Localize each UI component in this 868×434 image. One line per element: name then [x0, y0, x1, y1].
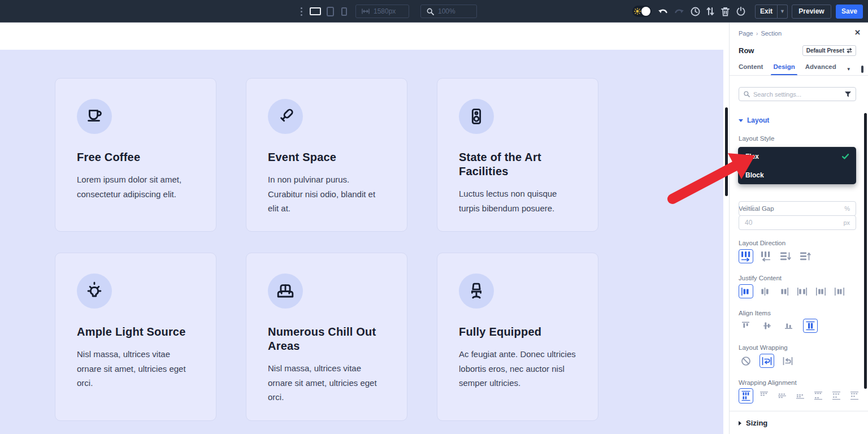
card-body: Nisl massa, ultrices vitae ornare sit am… [268, 361, 385, 405]
speaker-icon [466, 106, 487, 127]
page-section[interactable]: Free Coffee Lorem ipsum dolor sit amet, … [0, 50, 723, 434]
expand-triangle-icon [739, 421, 741, 426]
card-body: Luctus lectus non quisque turpis bibendu… [459, 186, 576, 215]
vertical-gap-input[interactable] [745, 219, 843, 227]
exit-caret-icon[interactable]: ▼ [778, 5, 788, 19]
walign-space-evenly-icon[interactable] [847, 389, 862, 403]
toggle-knob [641, 7, 650, 16]
breadcrumb-separator: › [756, 30, 758, 37]
walign-space-around-icon[interactable] [829, 389, 844, 403]
feature-card[interactable]: Numerous Chill Out Areas Nisl massa, ult… [246, 253, 407, 421]
card-title: Event Space [268, 150, 385, 164]
breadcrumb-section[interactable]: Section [761, 30, 782, 37]
justify-space-between-icon[interactable] [795, 284, 809, 298]
feature-cards-row: Free Coffee Lorem ipsum dolor sit amet, … [55, 78, 598, 421]
builder-toolbar: Exit ▼ Preview Save [0, 0, 868, 23]
tab-design[interactable]: Design [773, 63, 795, 75]
sun-icon [634, 8, 641, 15]
desktop-view-icon[interactable] [310, 7, 321, 15]
justify-center-icon[interactable] [757, 284, 772, 298]
wrap-reverse-icon[interactable] [780, 354, 795, 368]
search-input[interactable] [753, 91, 841, 98]
breadcrumb: Page › Section [739, 30, 782, 37]
theme-toggle[interactable] [632, 6, 652, 17]
tab-advanced[interactable]: Advanced [805, 63, 836, 75]
card-body: Nisl massa, ultrices vitae ornare sit am… [77, 347, 194, 390]
justify-space-evenly-icon[interactable] [832, 284, 847, 298]
history-button[interactable] [691, 0, 700, 23]
trash-button[interactable] [721, 0, 730, 23]
divider [730, 75, 868, 76]
kebab-menu-icon[interactable] [300, 7, 302, 16]
align-stretch-icon[interactable] [803, 319, 818, 333]
collapse-triangle-icon [739, 119, 743, 122]
feature-card[interactable]: State of the Art Facilities Luctus lectu… [437, 78, 598, 232]
sizing-group-header[interactable]: Sizing [739, 419, 767, 427]
preview-button[interactable]: Preview [792, 5, 831, 19]
wrap-none-icon[interactable] [739, 354, 753, 368]
canvas-width-input[interactable] [374, 7, 403, 15]
align-flex-start-icon[interactable] [739, 319, 753, 333]
layout-group-header[interactable]: Layout [739, 116, 769, 124]
layout-wrapping-label: Layout Wrapping [739, 344, 788, 351]
walign-center-icon[interactable] [775, 389, 789, 403]
wrap-icon[interactable] [760, 354, 774, 368]
exit-button[interactable]: Exit [755, 5, 778, 19]
direction-column-icon[interactable] [778, 249, 793, 263]
office-chair-icon [466, 280, 487, 302]
justify-space-around-icon[interactable] [813, 284, 828, 298]
justify-flex-start-icon[interactable] [739, 284, 753, 298]
phone-view-icon[interactable] [341, 7, 347, 16]
tab-content[interactable]: Content [739, 63, 763, 75]
zoom-control[interactable] [420, 5, 477, 18]
filter-funnel-icon[interactable] [845, 92, 851, 97]
close-icon[interactable]: ✕ [854, 28, 861, 37]
tablet-view-icon[interactable] [327, 7, 334, 16]
card-title: Numerous Chill Out Areas [268, 325, 385, 353]
direction-row-icon[interactable] [739, 249, 753, 263]
save-button[interactable]: Save [836, 5, 863, 19]
redo-button[interactable] [674, 0, 684, 23]
card-title: Free Coffee [77, 150, 194, 164]
align-center-icon[interactable] [760, 319, 775, 333]
lightbulb-icon [84, 280, 105, 302]
settings-tabs: Content Design Advanced ▼ [739, 63, 856, 75]
settings-search[interactable] [739, 87, 856, 101]
feature-card[interactable]: Ample Light Source Nisl massa, ultrices … [55, 253, 216, 421]
walign-space-between-icon[interactable] [811, 389, 826, 403]
zoom-input[interactable] [438, 7, 459, 15]
wrapping-alignment-options [739, 388, 862, 403]
feature-card[interactable]: Fully Equipped Ac feugiat ante. Donec ul… [437, 253, 598, 421]
direction-row-reverse-icon[interactable] [758, 249, 773, 263]
feature-card[interactable]: Event Space In non pulvinar purus. Curab… [246, 78, 407, 232]
align-items-options [739, 319, 818, 333]
element-title: Row [739, 46, 754, 55]
sofa-icon [275, 280, 296, 302]
direction-column-reverse-icon[interactable] [798, 249, 813, 263]
element-header: Row Default Preset [739, 45, 856, 56]
desktop-mode-icon[interactable] [861, 66, 863, 73]
walign-flex-end-icon[interactable] [793, 389, 808, 403]
feature-card[interactable]: Free Coffee Lorem ipsum dolor sit amet, … [55, 78, 216, 232]
tabs-caret-icon[interactable]: ▼ [847, 67, 851, 72]
power-button[interactable] [736, 0, 745, 23]
card-title: Fully Equipped [459, 325, 576, 339]
card-title: State of the Art Facilities [459, 150, 576, 179]
power-icon [736, 7, 745, 16]
align-baseline-icon[interactable] [782, 319, 796, 333]
coffee-cup-icon [84, 106, 105, 127]
undo-button[interactable] [658, 0, 668, 23]
wrapping-alignment-label: Wrapping Alignment [739, 379, 797, 386]
justify-flex-end-icon[interactable] [776, 284, 791, 298]
redo-icon [674, 8, 684, 15]
panel-scrollbar[interactable] [864, 113, 867, 389]
walign-stretch-icon[interactable] [739, 388, 753, 403]
settings-sliders-button[interactable] [706, 0, 714, 23]
walign-flex-start-icon[interactable] [757, 389, 771, 403]
divider [730, 411, 868, 411]
default-preset-button[interactable]: Default Preset [802, 45, 856, 56]
card-title: Ample Light Source [77, 325, 194, 339]
breadcrumb-page[interactable]: Page [739, 30, 753, 37]
canvas-width-control[interactable] [355, 5, 409, 18]
preset-swap-icon [847, 48, 852, 53]
